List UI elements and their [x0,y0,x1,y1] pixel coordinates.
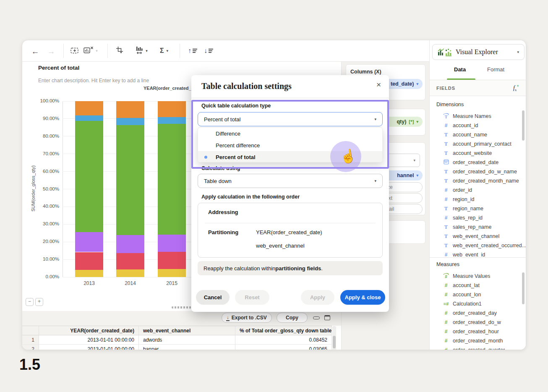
field-item[interactable]: # order_created_month [430,336,526,345]
fields-header: FIELDS [436,86,455,91]
dimensions-label: Dimensions [436,102,464,107]
field-item[interactable]: # region_id [430,195,526,204]
table-header-pct[interactable]: % of Total order_gloss_qty down table [235,326,332,335]
y-axis-tick-label: 30.00% [31,221,59,226]
apply-close-button[interactable]: Apply & close [340,290,385,305]
bar-segment[interactable] [75,232,103,252]
field-item[interactable]: T sales_rep_name [430,222,526,232]
bar-segment[interactable] [75,270,103,277]
dropdown-option-label: Difference [216,131,240,137]
field-item[interactable]: T Measure Names [430,112,526,121]
fields-header-row: FIELDS fx+ [430,80,526,96]
bar-segment[interactable] [116,235,144,253]
reapply-bold: partitioning fields [275,265,321,272]
field-item[interactable]: T web_event_channel [430,232,526,241]
calendar-icon [444,159,449,166]
field-item[interactable]: T account_primary_contact [430,139,526,149]
field-item[interactable]: order_created_date [430,158,526,167]
y-axis-tick-label: 20.00% [31,239,59,244]
field-item[interactable]: # sales_rep_id [430,213,526,222]
measures-scrollbar-thumb[interactable] [522,272,525,304]
field-item[interactable]: # web_event_id [430,250,526,257]
field-item[interactable]: # order_created_do_w [430,318,526,327]
field-label: account_website [453,150,492,156]
table-header-year[interactable]: YEAR(order_created_date) [39,326,139,335]
pct-cell: 0.03065 [235,345,332,350]
field-item[interactable]: # order_id [430,186,526,195]
field-item[interactable]: T order_created_do_w_name [430,167,526,176]
bar-segment[interactable] [158,101,186,117]
bar-segment[interactable] [75,121,103,232]
measure-values-icon: # [443,273,449,280]
field-label: order_id [453,187,472,193]
add-calculation-button[interactable]: fx+ [513,84,519,92]
zoom-out-button[interactable]: − [26,298,34,306]
cancel-button[interactable]: Cancel [196,290,230,305]
field-item[interactable]: T account_name [430,130,526,139]
number-icon: # [445,215,448,221]
row-number-cell: 2 [22,345,39,350]
chevron-down-icon: ▾ [517,50,519,54]
tab-data[interactable]: Data [454,66,466,73]
zoom-in-button[interactable]: + [35,298,43,306]
calc-type-select[interactable]: Percent of total ▾ [198,112,383,126]
table-scrollbar-thumb[interactable] [333,336,336,348]
export-csv-button[interactable]: ↓ Export to .CSV [222,313,272,323]
visual-explorer-selector[interactable]: Visual Explorer ▾ [432,44,525,60]
bar-segment[interactable] [158,269,186,277]
field-item[interactable]: # order_created_hour [430,327,526,336]
dimensions-scrollbar-thumb[interactable] [522,110,525,141]
minimize-table-icon[interactable] [313,316,320,319]
field-item[interactable]: # Measure Values [430,272,526,281]
dropdown-option[interactable]: Difference [198,128,382,139]
calculate-using-select[interactable]: Table down ▾ [198,174,383,188]
field-item[interactable]: T order_created_month_name [430,176,526,186]
field-label: sales_rep_name [453,224,491,230]
chevron-down-icon: ▾ [416,120,418,124]
field-label: order_created_month [453,338,503,344]
field-item[interactable]: T account_website [430,149,526,158]
bar-segment[interactable] [116,101,144,118]
table-header-channel[interactable]: web_event_channel [139,326,235,335]
tab-format[interactable]: Format [487,66,504,73]
bar-segment[interactable] [158,235,186,251]
bar-segment[interactable] [116,118,144,125]
partitioning-label: Partitioning [208,229,238,235]
close-icon[interactable]: × [376,80,381,89]
apply-button[interactable]: Apply [301,290,334,305]
maximize-table-icon[interactable] [324,315,330,320]
bar-segment[interactable] [116,269,144,277]
bar-segment[interactable] [116,253,144,269]
reset-button[interactable]: Reset [235,290,269,305]
text-icon: T [444,224,448,230]
screen: ← → ▾ [0,0,548,392]
section-divider [430,257,526,258]
copy-button[interactable]: Copy [277,313,308,323]
chevron-down-icon: ▾ [413,159,415,162]
field-label: order_created_day [453,310,497,316]
version-label: 1.5 [19,356,40,374]
partitioning-field-1: YEAR(order_created_date) [256,229,322,235]
bar-segment[interactable] [75,101,103,115]
bar-segment[interactable] [158,124,186,235]
columns-shelf-header: Columns (X) [350,69,381,75]
field-item[interactable]: # account_id [430,121,526,130]
dropdown-option-label: Percent difference [216,142,260,149]
x-axis-tick-label: 2014 [116,280,144,286]
field-item[interactable]: # account_lat [430,281,526,290]
field-item[interactable]: # order_created_day [430,308,526,318]
field-item[interactable]: # order_created_quarter [430,345,526,350]
chevron-down-icon: ▾ [416,82,418,86]
field-item[interactable]: =# Calculation1 [430,299,526,308]
bar-segment[interactable] [75,252,103,270]
bar-segment[interactable] [75,115,103,121]
field-item[interactable]: T web_event_created_occurred... [430,241,526,250]
bar-segment[interactable] [158,252,186,269]
bar-segment[interactable] [158,117,186,124]
field-label: order_created_month_name [453,178,519,184]
field-item[interactable]: T region_name [430,204,526,213]
field-item[interactable]: # account_lon [430,290,526,299]
field-label: order_created_do_w [453,319,501,325]
modal-header-divider [191,98,389,98]
bar-segment[interactable] [116,125,144,235]
